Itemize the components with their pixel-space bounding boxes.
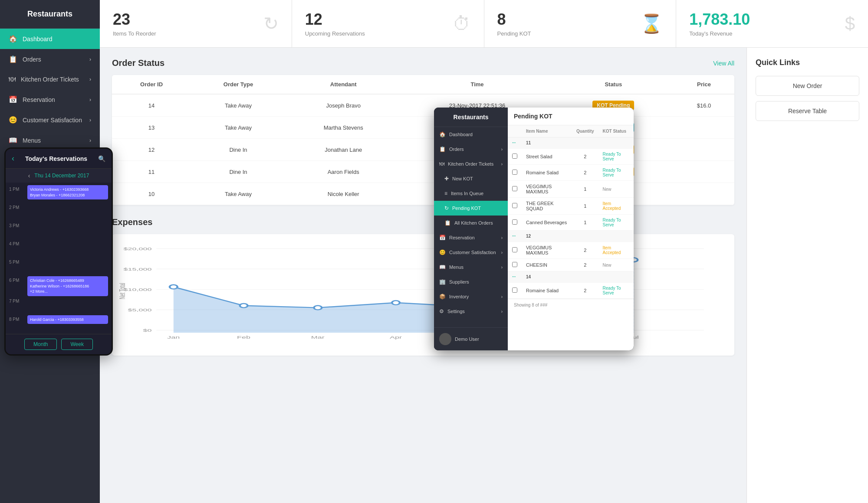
overlay-chevron-icon-9: › [501,265,503,270]
sidebar-title: Restaurants [0,0,100,29]
overlay-sidebar-item-kitchen-order-tickets[interactable]: 🍽 Kitchen Order Tickets › [434,157,508,171]
order-col-order-type: Order Type [191,75,286,94]
kot-group-dots: ··· [508,231,522,242]
order-row-14: 14 Take Away Joseph Bravo 23-Nov-2017 22… [112,94,734,117]
order-type: Take Away [191,94,286,117]
overlay-sidebar-item-all-kitchen-orders[interactable]: 📋 All Kitchen Orders [434,216,508,230]
kot-group-id: 14 [522,271,634,283]
kot-checkbox[interactable] [512,247,517,252]
order-attendant: Joseph Bravo [286,94,401,117]
kot-item-row: Romaine Salad 2 Ready To Serve [508,283,634,299]
quick-link-btn-new-order[interactable]: New Order [756,76,859,96]
stat-info-0: 23 Items To Reorder [113,10,156,37]
kot-col-Quantity: Quantity [572,125,598,137]
sidebar-label-5: Menus [23,137,41,144]
kot-item-name: CHEESIN [522,259,572,271]
overlay-sidebar-item-customer-satisfaction[interactable]: 😊 Customer Satisfaction › [434,245,508,260]
overlay-sidebar-icon-10: 🏢 [439,279,446,285]
overlay-sidebar-label-4: Items In Queue [451,191,483,196]
stat-number-2: 8 [497,10,531,29]
sidebar-item-dashboard[interactable]: 🏠 Dashboard [0,29,100,49]
overlay-sidebar-item-dashboard[interactable]: 🏠 Dashboard [434,127,508,142]
mobile-search-icon[interactable]: 🔍 [98,155,105,162]
overlay-sidebar-item-settings[interactable]: ⚙ Settings › [434,304,508,319]
time-label: 4 PM [9,240,26,246]
kot-panel-title: Pending KOT [508,108,634,125]
stat-card-2: 8 Pending KOT ⌛ [484,0,677,47]
order-col-status: Status [553,75,674,94]
stat-info-3: 1,783.10 Today's Revenue [689,10,750,37]
stat-icon-2: ⌛ [640,13,663,34]
overlay-sidebar-label-6: All Kitchen Orders [454,220,493,225]
expenses-chart-svg: $20,000$15,000$10,000$5,000$0Net TotalJa… [119,241,727,345]
timeline-event: Victoria Andrews - +16302393668Bryan Mor… [27,185,108,199]
kot-checkbox[interactable] [512,219,517,225]
timeline-row-2-PM: 2 PM [9,203,108,221]
timeline-row-8-PM: 8 PM Harold Garcia - +18303393558 [9,315,108,333]
sidebar-item-kitchen-order-tickets[interactable]: 🍽 Kitchen Order Tickets › [0,69,100,89]
kot-checkbox-cell [508,181,522,198]
overlay-sidebar-label-12: Settings [447,309,465,314]
order-attendant: Aaron Fields [286,161,401,183]
chart-y-label-4: $0 [143,328,152,333]
view-all-link[interactable]: View All [713,60,734,67]
timeline-row-6-PM: 6 PM Christian Cole - +16268665489Kather… [9,276,108,296]
overlay-sidebar-item-pending-kot[interactable]: ↻ Pending KOT [434,201,508,216]
chevron-icon-1: › [89,56,91,62]
sidebar-label-3: Reservation [23,96,55,103]
sidebar-item-customer-satisfaction[interactable]: 😊 Customer Satisfaction › [0,110,100,130]
overlay-sidebar-item-items-in-queue[interactable]: ≡ Items In Queue [434,186,508,201]
kot-checkbox[interactable] [512,287,517,293]
time-label: 7 PM [9,297,26,304]
kot-item-row: THE GREEK SQUAD 1 Item Accepted [508,198,634,215]
mobile-tab-month[interactable]: Month [24,339,57,350]
kot-item-row: CHEESIN 2 New [508,259,634,271]
overlay-chevron-icon-7: › [501,235,503,240]
chart-dot-0 [170,285,178,289]
overlay-sidebar-icon-8: 😊 [439,249,446,255]
overlay-sidebar-item-reservation[interactable]: 📅 Reservation › [434,230,508,245]
kot-checkbox[interactable] [512,154,517,159]
quick-link-btn-reserve-table[interactable]: Reserve Table [756,101,859,121]
overlay-sidebar-item-new-kot[interactable]: ✚ New KOT [434,171,508,186]
chart-y-label-3: $5,000 [128,308,152,313]
time-label: 8 PM [9,315,26,322]
sidebar-icon-2: 🍽 [9,75,16,83]
overlay-sidebar-item-menus[interactable]: 📖 Menus › [434,260,508,274]
kot-item-qty: 2 [572,165,598,181]
overlay-sidebar-item-orders[interactable]: 📋 Orders › [434,142,508,157]
kot-group-dots: ··· [508,137,522,149]
mobile-prev-arrow[interactable]: ‹ [28,172,30,179]
sidebar-item-reservation[interactable]: 📅 Reservation › [0,89,100,110]
order-attendant: Martha Stevens [286,117,401,139]
kot-item-name: VEGGIMUS MAXIMUS [522,181,572,198]
kot-checkbox[interactable] [512,262,517,267]
kot-checkbox[interactable] [512,170,517,175]
sidebar-icon-5: 📖 [9,136,17,144]
overlay-sidebar-icon-2: 🍽 [439,161,444,167]
kot-item-qty: 1 [572,198,598,215]
overlay-sidebar-label-5: Pending KOT [452,206,481,211]
timeline-row-7-PM: 7 PM [9,297,108,314]
order-table: Order IDOrder TypeAttendantTimeStatusPri… [112,75,734,205]
order-id: 11 [112,161,191,183]
chart-x-label-3: Apr [390,335,402,340]
mobile-back-button[interactable]: ‹ [12,154,14,163]
mobile-reservations-panel[interactable]: ‹ Today's Reservations 🔍 ‹ Thu 14 Decemb… [4,147,113,356]
overlay-sidebar-item-suppliers[interactable]: 🏢 Suppliers [434,274,508,289]
sidebar-label-0: Dashboard [23,36,53,42]
kot-group-12: ··· 12 [508,231,634,242]
order-id: 14 [112,94,191,117]
kot-checkbox[interactable] [512,203,517,208]
order-price: $16.0 [674,94,734,117]
kot-checkbox-cell [508,198,522,215]
mobile-header: ‹ Today's Reservations 🔍 [6,149,112,169]
sidebar-item-orders[interactable]: 📋 Orders › [0,49,100,69]
overlay-sidebar-item-inventory[interactable]: 📦 Inventory › [434,289,508,304]
kot-checkbox[interactable] [512,186,517,191]
order-attendant: Nicole Keller [286,183,401,205]
mobile-tab-week[interactable]: Week [61,339,92,350]
kot-item-name: VEGGIMUS MAXIMUS [522,242,572,259]
kot-table: Item NameQuantityKOT Status ··· 11 Stree… [508,125,634,299]
dark-overlay-panel[interactable]: Restaurants 🏠 Dashboard 📋 Orders › 🍽 Kit… [434,108,634,350]
